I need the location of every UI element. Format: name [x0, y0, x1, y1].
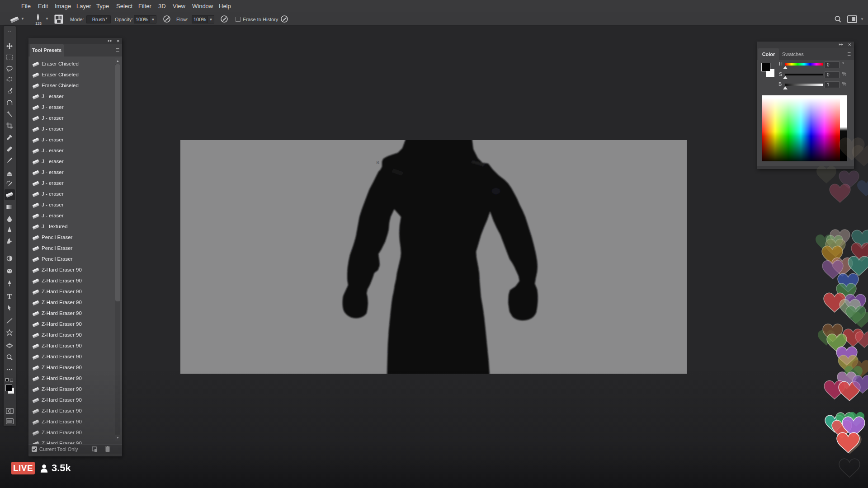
svg-text:125: 125 — [35, 21, 42, 26]
svg-text:R: R — [376, 160, 380, 165]
svg-text:T: T — [7, 293, 12, 300]
